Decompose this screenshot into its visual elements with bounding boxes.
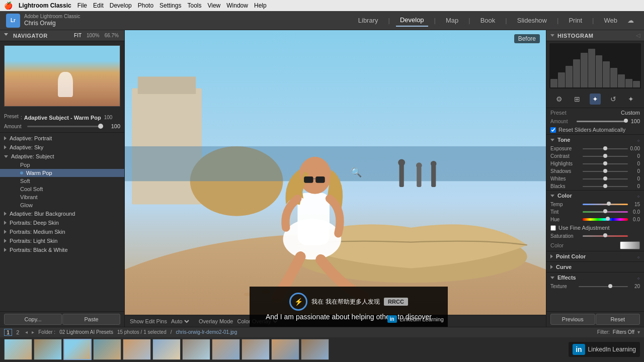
preset-group-bw-header[interactable]: Portraits: Black & White — [0, 245, 124, 254]
right-panel: Histogram ◁ ⚙ ⊞ — [546, 30, 644, 327]
menu-help[interactable]: Help — [254, 2, 267, 9]
page-1[interactable]: 1 — [4, 329, 12, 336]
film-thumb-2[interactable] — [34, 339, 62, 360]
menu-edit[interactable]: Edit — [93, 2, 104, 9]
histogram-toggle-icon[interactable] — [550, 34, 554, 37]
preset-group-medium-skin-header[interactable]: Portraits: Medium Skin — [0, 227, 124, 236]
crop-icon[interactable]: ⊞ — [572, 94, 583, 105]
preset-vibrant[interactable]: Vibrant — [0, 193, 124, 201]
highlights-slider[interactable] — [583, 163, 628, 164]
preset-group-portrait-header[interactable]: Adaptive: Portrait — [0, 134, 124, 143]
histogram-expand-icon[interactable]: ◁ — [636, 32, 640, 39]
reset-sliders-checkbox[interactable] — [550, 127, 556, 133]
nav-arrow-right[interactable]: ▸ — [32, 329, 34, 335]
copy-button[interactable]: Copy... — [4, 314, 62, 325]
film-thumb-9[interactable] — [242, 339, 270, 360]
image-viewport[interactable]: 🔍 — [125, 30, 546, 315]
zoom-fit[interactable]: FIT — [72, 32, 83, 39]
whites-slider[interactable] — [583, 178, 628, 179]
preset-warm-pop[interactable]: Warm Pop — [0, 169, 124, 177]
amount-slider[interactable] — [27, 126, 103, 127]
menu-photo[interactable]: Photo — [138, 2, 153, 9]
tint-slider[interactable] — [583, 211, 628, 213]
effects-header[interactable]: Effects ⬦ — [546, 272, 644, 283]
film-thumb-image — [242, 339, 269, 359]
film-thumb-6[interactable] — [152, 339, 181, 360]
group-triangle-icon — [4, 239, 7, 243]
photo-filename[interactable]: chris-orwig-lr-demo2-01.jpg — [176, 329, 237, 335]
filter-value[interactable]: Filters Off — [613, 329, 634, 335]
menu-settings[interactable]: Settings — [159, 2, 181, 9]
preset-cool-soft[interactable]: Cool Soft — [0, 185, 124, 193]
film-thumb-8[interactable] — [212, 339, 240, 360]
healing-icon[interactable]: ✦ — [590, 94, 601, 105]
color-swatch[interactable] — [620, 241, 640, 249]
film-thumb-7[interactable] — [182, 339, 210, 360]
preset-glow[interactable]: Glow — [0, 201, 124, 209]
shadows-slider[interactable] — [583, 171, 628, 172]
preset-group-blur-header[interactable]: Adaptive: Blur Background — [0, 209, 124, 218]
rp-amount-thumb — [624, 119, 628, 123]
reset-button[interactable]: Reset — [596, 314, 640, 325]
exposure-slider[interactable] — [583, 148, 628, 149]
cloud-icon[interactable]: ☁ — [623, 15, 638, 26]
zoom-100[interactable]: 100% — [85, 32, 101, 39]
page-2[interactable]: 2 — [14, 329, 21, 335]
blacks-slider[interactable] — [583, 186, 628, 187]
rp-amount-slider[interactable] — [577, 121, 626, 122]
film-thumb-5[interactable] — [123, 339, 151, 360]
preset-group-subject-header[interactable]: Adaptive: Subject — [0, 152, 124, 161]
curve-header[interactable]: Curve — [546, 261, 644, 272]
film-thumb-1[interactable] — [4, 339, 32, 360]
preset-group-deep-skin-header[interactable]: Portraits: Deep Skin — [0, 218, 124, 227]
point-color-header[interactable]: Point Color ⬦ — [546, 251, 644, 261]
fine-adjustment-checkbox[interactable] — [550, 225, 556, 231]
navigator-toggle-icon[interactable] — [4, 33, 8, 38]
svg-rect-3 — [138, 76, 196, 94]
menu-tools[interactable]: Tools — [187, 2, 201, 9]
preset-pop[interactable]: Pop — [0, 161, 124, 169]
preset-group-light-skin-header[interactable]: Portraits: Light Skin — [0, 236, 124, 245]
film-thumb-4[interactable] — [93, 339, 121, 360]
preset-group-sky-header[interactable]: Adaptive: Sky — [0, 143, 124, 152]
preset-group-deep-skin: Portraits: Deep Skin — [0, 218, 124, 227]
show-edit-pins-select[interactable]: Auto — [169, 318, 191, 325]
nav-map[interactable]: Map — [442, 15, 462, 26]
nav-slideshow[interactable]: Slideshow — [513, 15, 551, 26]
nav-print[interactable]: Print — [565, 15, 586, 26]
nav-develop[interactable]: Develop — [396, 14, 428, 27]
nav-library[interactable]: Library — [354, 15, 382, 26]
preset-soft[interactable]: Soft — [0, 177, 124, 185]
menu-file[interactable]: File — [77, 2, 87, 9]
tone-section-header[interactable]: Tone ⬦ — [546, 134, 644, 145]
saturation-slider[interactable] — [583, 235, 628, 237]
menu-develop[interactable]: Develop — [110, 2, 132, 9]
hue-slider[interactable] — [583, 218, 628, 221]
develop-settings-icon[interactable]: ⚙ — [554, 94, 565, 105]
group-triangle-icon — [4, 230, 7, 234]
paste-button[interactable]: Paste — [62, 314, 120, 325]
apple-menu[interactable]: 🍎 — [4, 2, 13, 10]
color-section-header[interactable]: Color ⬦ — [546, 190, 644, 201]
menu-view[interactable]: View — [207, 2, 220, 9]
preset-vibrant-label: Vibrant — [20, 194, 38, 200]
film-thumb-3[interactable] — [63, 339, 92, 360]
nav-book[interactable]: Book — [476, 15, 500, 26]
filter-dropdown-icon[interactable]: ▾ — [637, 329, 640, 335]
nav-web[interactable]: Web — [600, 15, 622, 26]
settings-icon[interactable]: ✦ — [625, 94, 636, 105]
texture-slider[interactable] — [579, 286, 628, 287]
temp-slider[interactable] — [583, 204, 628, 205]
app-name[interactable]: Lightroom Classic — [19, 2, 71, 9]
nav-arrow-left[interactable]: ◂ — [25, 329, 28, 335]
transform-icon[interactable]: ↺ — [608, 94, 619, 105]
film-thumb-11[interactable] — [301, 339, 329, 360]
amount-label: Amount — [4, 124, 24, 129]
zoom-66[interactable]: 66.7% — [103, 32, 120, 39]
film-thumb-10[interactable] — [271, 339, 299, 360]
right-brand-area: in LinkedIn Learning — [569, 342, 640, 357]
previous-button[interactable]: Previous — [550, 314, 595, 325]
contrast-slider[interactable] — [583, 156, 628, 157]
film-thumb-image — [123, 339, 150, 359]
menu-window[interactable]: Window — [226, 2, 248, 9]
